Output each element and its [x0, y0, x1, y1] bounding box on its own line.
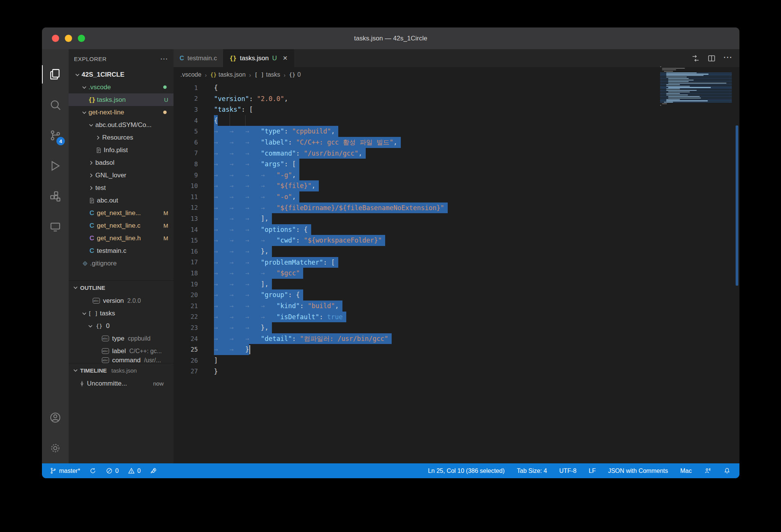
line-number[interactable]: 15 [174, 237, 198, 244]
code-line-25[interactable]: 25 →→} [174, 344, 739, 355]
line-number[interactable]: 18 [174, 270, 198, 277]
tab-testmain-c[interactable]: Ctestmain.c [174, 49, 223, 67]
maximize-window-button[interactable] [78, 35, 85, 42]
status-utf-8[interactable]: UTF-8 [555, 468, 580, 474]
explorer-item-42s-1circle[interactable]: 42S_1CIRCLE [69, 68, 174, 81]
activity-remote-targets-icon[interactable] [42, 212, 69, 242]
line-number[interactable]: 19 [174, 281, 198, 288]
close-tab-icon[interactable]: ✕ [283, 55, 288, 62]
code-line-22[interactable]: 22 →→→→"isDefault": true [174, 312, 739, 323]
activity-account-icon[interactable] [42, 402, 69, 433]
line-number[interactable]: 17 [174, 259, 198, 266]
more-actions-icon[interactable]: ⋯ [723, 55, 733, 62]
tab-tasks-json[interactable]: {}tasks.json U ✕ [223, 49, 294, 67]
compare-changes-icon[interactable] [691, 54, 700, 63]
breadcrumb-item-0[interactable]: {} 0 [289, 71, 301, 78]
status-mac[interactable]: Mac [676, 468, 696, 474]
code-line-13[interactable]: 13 →→→], [174, 213, 739, 224]
line-number[interactable]: 20 [174, 291, 198, 299]
explorer-item-testmain-c[interactable]: Ctestmain.c [69, 244, 174, 257]
chevron-down-icon[interactable] [80, 109, 88, 116]
activity-extensions-icon[interactable] [42, 181, 69, 212]
status-rocket[interactable] [147, 467, 160, 474]
line-number[interactable]: 12 [174, 204, 198, 211]
line-number[interactable]: 8 [174, 161, 198, 168]
status-git-branch[interactable]: master* [47, 467, 83, 474]
code-line-14[interactable]: 14 →→→"options": { [174, 224, 739, 235]
code-line-5[interactable]: 5 →→→"type": "cppbuild", [174, 126, 739, 137]
explorer-item-abc-out-dsym-co[interactable]: abc.out.dSYM/Co... [69, 119, 174, 131]
line-number[interactable]: 1 [174, 84, 198, 92]
line-number[interactable]: 2 [174, 95, 198, 102]
code-editor[interactable]: 1 { 2 "version": "2.0.0", 3 "tasks": [ 4… [174, 82, 739, 463]
code-line-16[interactable]: 16 →→→}, [174, 246, 739, 257]
code-line-23[interactable]: 23 →→→}, [174, 322, 739, 333]
explorer-item-gnl-lover[interactable]: GNL_lover [69, 169, 174, 182]
outline-item-label[interactable]: abclabel C/C++: gc... [69, 345, 174, 357]
code-line-6[interactable]: 6 →→→"label": "C/C++: gcc 활성 파일 빌드", [174, 137, 739, 148]
outline-item-tasks[interactable]: [ ]tasks [69, 307, 174, 320]
explorer-item-get-next-line-h[interactable]: Cget_next_line.hM [69, 232, 174, 244]
explorer-item-badsol[interactable]: badsol [69, 156, 174, 169]
explorer-item-abc-out[interactable]: abc.out [69, 194, 174, 207]
line-number[interactable]: 27 [174, 368, 198, 375]
code-line-1[interactable]: 1 { [174, 82, 739, 93]
chevron-down-icon[interactable] [73, 72, 82, 78]
code-line-15[interactable]: 15 →→→→"cwd": "${workspaceFolder}" [174, 235, 739, 246]
status-json-with-comments[interactable]: JSON with Comments [604, 468, 672, 474]
chevron-right-icon[interactable] [94, 135, 102, 141]
chevron-right-icon[interactable] [87, 185, 95, 191]
line-number[interactable]: 11 [174, 193, 198, 201]
explorer-item-tasks-json[interactable]: {}tasks.jsonU [69, 93, 174, 106]
code-line-4[interactable]: 4 { [174, 115, 739, 126]
line-number[interactable]: 16 [174, 248, 198, 255]
line-number[interactable]: 23 [174, 324, 198, 331]
line-number[interactable]: 6 [174, 139, 198, 146]
line-number[interactable]: 14 [174, 226, 198, 233]
code-line-12[interactable]: 12 →→→→"${fileDirname}/${fileBasenameNoE… [174, 203, 739, 214]
activity-files-icon[interactable] [42, 59, 69, 90]
outline-item-type[interactable]: abctype cppbuild [69, 332, 174, 345]
breadcrumb-item-tasks[interactable]: [ ] tasks [254, 71, 280, 78]
code-line-24[interactable]: 24 →→→"detail": "컴파일러: /usr/bin/gcc" [174, 333, 739, 344]
code-line-11[interactable]: 11 →→→→"-o", [174, 191, 739, 203]
code-line-2[interactable]: 2 "version": "2.0.0", [174, 93, 739, 104]
explorer-item-get-next-line[interactable]: get-next-line [69, 106, 174, 119]
line-number[interactable]: 9 [174, 172, 198, 179]
minimap[interactable] [658, 65, 734, 108]
status-error[interactable]: 0 [103, 467, 122, 474]
line-number[interactable]: 3 [174, 106, 198, 113]
outline-header[interactable]: OUTLINE [69, 281, 174, 294]
line-number[interactable]: 21 [174, 302, 198, 310]
chevron-down-icon[interactable] [80, 84, 88, 90]
activity-search-icon[interactable] [42, 90, 69, 120]
line-number[interactable]: 25 [174, 346, 198, 353]
line-number[interactable]: 13 [174, 215, 198, 222]
code-line-8[interactable]: 8 →→→"args": [ [174, 159, 739, 170]
close-window-button[interactable] [52, 35, 59, 42]
line-number[interactable]: 10 [174, 182, 198, 190]
code-line-27[interactable]: 27 } [174, 366, 739, 377]
line-number[interactable]: 7 [174, 149, 198, 157]
line-number[interactable]: 22 [174, 313, 198, 320]
activity-run-debug-icon[interactable] [42, 151, 69, 181]
status-warning[interactable]: 0 [125, 467, 144, 474]
code-line-18[interactable]: 18 →→→→"$gcc" [174, 268, 739, 279]
code-line-17[interactable]: 17 →→→"problemMatcher": [ [174, 257, 739, 268]
explorer-item-get-next-line-c[interactable]: Cget_next_line.cM [69, 219, 174, 232]
activity-settings-gear-icon[interactable] [42, 433, 69, 463]
explorer-item-gitignore[interactable]: .gitignore [69, 257, 174, 270]
timeline-item-uncommitte[interactable]: Uncommitte... now [69, 377, 174, 390]
explorer-item-vscode[interactable]: .vscode [69, 81, 174, 93]
status-bell[interactable] [719, 467, 735, 474]
status-sync[interactable] [86, 467, 100, 474]
status-tab-size-4[interactable]: Tab Size: 4 [513, 468, 551, 474]
activity-source-control-icon[interactable]: 4 [42, 120, 69, 151]
line-number[interactable]: 5 [174, 128, 198, 135]
line-number[interactable]: 26 [174, 357, 198, 364]
code-line-10[interactable]: 10 →→→→"${file}", [174, 180, 739, 191]
status-ln-25-col-10-386-selected[interactable]: Ln 25, Col 10 (386 selected) [424, 468, 509, 474]
title-bar[interactable]: tasks.json — 42s_1Circle [42, 27, 739, 49]
minimize-window-button[interactable] [65, 35, 72, 42]
breadcrumb-item-vscode[interactable]: .vscode [180, 71, 201, 78]
